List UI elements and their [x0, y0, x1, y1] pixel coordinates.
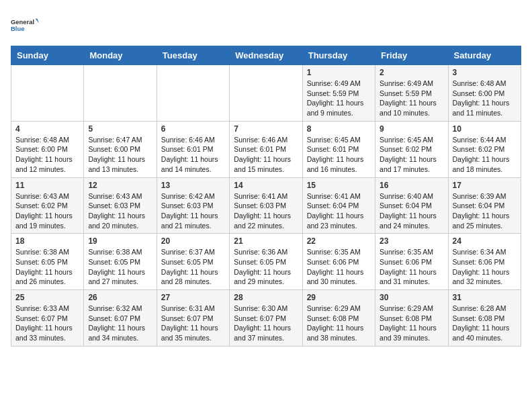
day-number: 18 [15, 236, 79, 246]
calendar-cell: 31Sunrise: 6:28 AMSunset: 6:08 PMDayligh… [448, 290, 521, 347]
day-info: Sunrise: 6:41 AMSunset: 6:04 PMDaylight:… [307, 191, 371, 231]
day-number: 22 [307, 236, 371, 246]
calendar-cell: 25Sunrise: 6:33 AMSunset: 6:07 PMDayligh… [11, 290, 84, 347]
calendar-cell: 8Sunrise: 6:45 AMSunset: 6:01 PMDaylight… [302, 121, 375, 177]
day-number: 20 [161, 236, 225, 246]
day-info: Sunrise: 6:28 AMSunset: 6:08 PMDaylight:… [453, 304, 517, 343]
day-info: Sunrise: 6:45 AMSunset: 6:01 PMDaylight:… [307, 135, 371, 175]
day-number: 1 [307, 68, 371, 77]
day-number: 2 [380, 68, 443, 77]
calendar-table: SundayMondayTuesdayWednesdayThursdayFrid… [11, 46, 521, 347]
calendar-cell: 1Sunrise: 6:49 AMSunset: 5:59 PMDaylight… [302, 65, 375, 122]
calendar-week-2: 4Sunrise: 6:48 AMSunset: 6:00 PMDaylight… [11, 121, 521, 177]
day-number: 7 [234, 124, 298, 134]
day-info: Sunrise: 6:33 AMSunset: 6:07 PMDaylight:… [15, 304, 79, 343]
calendar-cell: 20Sunrise: 6:37 AMSunset: 6:05 PMDayligh… [157, 234, 229, 290]
col-header-sunday: Sunday [11, 46, 84, 65]
day-info: Sunrise: 6:41 AMSunset: 6:03 PMDaylight:… [234, 191, 298, 231]
logo: General Blue [11, 11, 39, 39]
calendar-cell: 17Sunrise: 6:39 AMSunset: 6:04 PMDayligh… [448, 177, 521, 234]
calendar-cell [84, 65, 157, 122]
day-number: 12 [88, 181, 152, 190]
day-info: Sunrise: 6:35 AMSunset: 6:06 PMDaylight:… [380, 247, 443, 287]
calendar-cell: 11Sunrise: 6:43 AMSunset: 6:02 PMDayligh… [11, 177, 84, 234]
day-info: Sunrise: 6:49 AMSunset: 5:59 PMDaylight:… [380, 79, 443, 118]
day-info: Sunrise: 6:42 AMSunset: 6:03 PMDaylight:… [161, 191, 225, 231]
svg-text:Blue: Blue [11, 25, 24, 32]
day-info: Sunrise: 6:45 AMSunset: 6:02 PMDaylight:… [380, 135, 443, 175]
day-info: Sunrise: 6:43 AMSunset: 6:02 PMDaylight:… [15, 191, 79, 231]
page-header: General Blue [11, 11, 521, 39]
day-number: 9 [380, 124, 443, 134]
day-number: 29 [307, 293, 371, 302]
day-number: 16 [380, 181, 443, 190]
col-header-friday: Friday [375, 46, 448, 65]
calendar-cell [157, 65, 229, 122]
calendar-cell: 21Sunrise: 6:36 AMSunset: 6:05 PMDayligh… [230, 234, 302, 290]
calendar-cell: 12Sunrise: 6:43 AMSunset: 6:03 PMDayligh… [84, 177, 157, 234]
day-info: Sunrise: 6:48 AMSunset: 6:00 PMDaylight:… [15, 135, 79, 175]
calendar-cell: 4Sunrise: 6:48 AMSunset: 6:00 PMDaylight… [11, 121, 84, 177]
calendar-cell: 7Sunrise: 6:46 AMSunset: 6:01 PMDaylight… [230, 121, 302, 177]
calendar-cell: 13Sunrise: 6:42 AMSunset: 6:03 PMDayligh… [157, 177, 229, 234]
calendar-week-4: 18Sunrise: 6:38 AMSunset: 6:05 PMDayligh… [11, 234, 521, 290]
calendar-week-5: 25Sunrise: 6:33 AMSunset: 6:07 PMDayligh… [11, 290, 521, 347]
day-info: Sunrise: 6:47 AMSunset: 6:00 PMDaylight:… [88, 135, 152, 175]
col-header-wednesday: Wednesday [230, 46, 302, 65]
calendar-cell: 23Sunrise: 6:35 AMSunset: 6:06 PMDayligh… [375, 234, 448, 290]
calendar-cell: 14Sunrise: 6:41 AMSunset: 6:03 PMDayligh… [230, 177, 302, 234]
calendar-cell: 27Sunrise: 6:31 AMSunset: 6:07 PMDayligh… [157, 290, 229, 347]
day-number: 28 [234, 293, 298, 302]
calendar-cell: 26Sunrise: 6:32 AMSunset: 6:07 PMDayligh… [84, 290, 157, 347]
day-info: Sunrise: 6:34 AMSunset: 6:06 PMDaylight:… [453, 247, 517, 287]
col-header-tuesday: Tuesday [157, 46, 229, 65]
day-info: Sunrise: 6:38 AMSunset: 6:05 PMDaylight:… [88, 247, 152, 287]
day-info: Sunrise: 6:48 AMSunset: 6:00 PMDaylight:… [453, 79, 517, 118]
day-info: Sunrise: 6:31 AMSunset: 6:07 PMDaylight:… [161, 304, 225, 343]
day-number: 15 [307, 181, 371, 190]
day-info: Sunrise: 6:32 AMSunset: 6:07 PMDaylight:… [88, 304, 152, 343]
day-number: 24 [453, 236, 517, 246]
day-number: 19 [88, 236, 152, 246]
day-number: 27 [161, 293, 225, 302]
day-number: 31 [453, 293, 517, 302]
calendar-cell: 10Sunrise: 6:44 AMSunset: 6:02 PMDayligh… [448, 121, 521, 177]
calendar-cell: 9Sunrise: 6:45 AMSunset: 6:02 PMDaylight… [375, 121, 448, 177]
day-number: 6 [161, 124, 225, 134]
day-number: 26 [88, 293, 152, 302]
day-number: 11 [15, 181, 79, 190]
day-number: 30 [380, 293, 443, 302]
calendar-cell: 6Sunrise: 6:46 AMSunset: 6:01 PMDaylight… [157, 121, 229, 177]
calendar-cell: 3Sunrise: 6:48 AMSunset: 6:00 PMDaylight… [448, 65, 521, 122]
day-info: Sunrise: 6:46 AMSunset: 6:01 PMDaylight:… [161, 135, 225, 175]
day-info: Sunrise: 6:39 AMSunset: 6:04 PMDaylight:… [453, 191, 517, 231]
calendar-cell: 18Sunrise: 6:38 AMSunset: 6:05 PMDayligh… [11, 234, 84, 290]
day-number: 5 [88, 124, 152, 134]
day-info: Sunrise: 6:29 AMSunset: 6:08 PMDaylight:… [307, 304, 371, 343]
calendar-cell: 28Sunrise: 6:30 AMSunset: 6:07 PMDayligh… [230, 290, 302, 347]
calendar-cell: 30Sunrise: 6:29 AMSunset: 6:08 PMDayligh… [375, 290, 448, 347]
calendar-cell [11, 65, 84, 122]
calendar-body: 1Sunrise: 6:49 AMSunset: 5:59 PMDaylight… [11, 65, 521, 347]
day-number: 17 [453, 181, 517, 190]
calendar-cell: 5Sunrise: 6:47 AMSunset: 6:00 PMDaylight… [84, 121, 157, 177]
col-header-thursday: Thursday [302, 46, 375, 65]
day-number: 23 [380, 236, 443, 246]
calendar-cell: 2Sunrise: 6:49 AMSunset: 5:59 PMDaylight… [375, 65, 448, 122]
calendar-header-row: SundayMondayTuesdayWednesdayThursdayFrid… [11, 46, 521, 65]
day-info: Sunrise: 6:46 AMSunset: 6:01 PMDaylight:… [234, 135, 298, 175]
day-number: 8 [307, 124, 371, 134]
svg-text:General: General [11, 18, 34, 26]
day-number: 25 [15, 293, 79, 302]
day-info: Sunrise: 6:38 AMSunset: 6:05 PMDaylight:… [15, 247, 79, 287]
day-info: Sunrise: 6:30 AMSunset: 6:07 PMDaylight:… [234, 304, 298, 343]
calendar-cell: 29Sunrise: 6:29 AMSunset: 6:08 PMDayligh… [302, 290, 375, 347]
day-info: Sunrise: 6:40 AMSunset: 6:04 PMDaylight:… [380, 191, 443, 231]
calendar-week-1: 1Sunrise: 6:49 AMSunset: 5:59 PMDaylight… [11, 65, 521, 122]
calendar-cell: 19Sunrise: 6:38 AMSunset: 6:05 PMDayligh… [84, 234, 157, 290]
calendar-cell: 24Sunrise: 6:34 AMSunset: 6:06 PMDayligh… [448, 234, 521, 290]
svg-marker-2 [36, 19, 39, 24]
day-info: Sunrise: 6:29 AMSunset: 6:08 PMDaylight:… [380, 304, 443, 343]
day-info: Sunrise: 6:43 AMSunset: 6:03 PMDaylight:… [88, 191, 152, 231]
calendar-cell [230, 65, 302, 122]
